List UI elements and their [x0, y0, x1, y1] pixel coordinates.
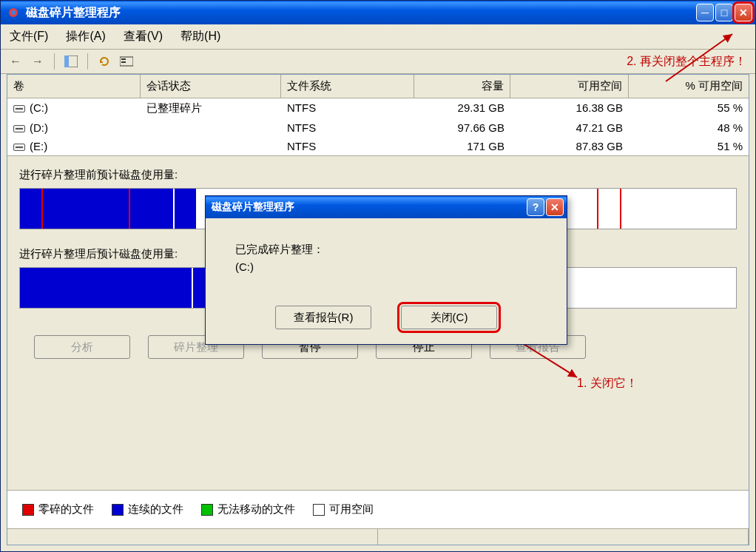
dialog-titlebar: 磁盘碎片整理程序 ? ✕	[206, 196, 567, 218]
header-pct[interactable]: % 可用空间	[629, 75, 749, 98]
properties-icon[interactable]	[118, 53, 135, 70]
cell-capacity: 29.31 GB	[414, 100, 510, 117]
annotation-2: 2. 再关闭整个主程序！	[627, 54, 746, 70]
swatch-green	[201, 504, 213, 516]
cell-capacity: 171 GB	[414, 138, 510, 154]
header-free[interactable]: 可用空间	[510, 75, 629, 98]
statusbar	[7, 528, 749, 545]
swatch-white	[313, 504, 325, 516]
help-button[interactable]: ?	[527, 198, 544, 216]
cell-fs: NTFS	[281, 138, 414, 154]
header-filesystem[interactable]: 文件系统	[281, 75, 414, 98]
view-report-button[interactable]: 查看报告(R)	[275, 306, 371, 329]
svg-rect-3	[64, 55, 69, 67]
back-icon[interactable]: ←	[7, 53, 24, 70]
swatch-blue	[112, 504, 124, 516]
menu-help[interactable]: 帮助(H)	[180, 29, 220, 44]
menu-file[interactable]: 文件(F)	[10, 29, 48, 44]
window-title: 磁盘碎片整理程序	[23, 5, 696, 21]
header-capacity[interactable]: 容量	[414, 75, 510, 98]
close-button[interactable]: ✕	[735, 4, 752, 21]
completion-dialog: 磁盘碎片整理程序 ? ✕ 已完成碎片整理： (C:) 查看报告(R) 关闭(C)	[205, 195, 567, 345]
table-row[interactable]: (E:) NTFS 171 GB 87.83 GB 51 %	[7, 137, 749, 155]
dialog-close-button[interactable]: ✕	[546, 198, 564, 216]
cell-pct: 48 %	[629, 120, 749, 135]
cell-capacity: 97.66 GB	[414, 120, 510, 135]
table-body: (C:) 已整理碎片 NTFS 29.31 GB 16.38 GB 55 % (…	[7, 98, 749, 155]
cell-pct: 55 %	[629, 100, 749, 117]
cell-fs: NTFS	[281, 100, 414, 117]
close-dialog-button[interactable]: 关闭(C)	[401, 306, 497, 329]
before-label: 进行碎片整理前预计磁盘使用量:	[19, 168, 737, 182]
dialog-title: 磁盘碎片整理程序	[209, 201, 527, 214]
drive-icon	[13, 125, 25, 132]
header-volume[interactable]: 卷	[7, 75, 141, 98]
drive-icon	[13, 144, 25, 151]
minimize-button[interactable]: ─	[696, 4, 714, 21]
toolbar-separator	[87, 53, 88, 70]
menu-action[interactable]: 操作(A)	[66, 29, 105, 44]
refresh-icon[interactable]	[95, 53, 113, 70]
legend-unmovable: 无法移动的文件	[201, 502, 295, 516]
table-row[interactable]: (C:) 已整理碎片 NTFS 29.31 GB 16.38 GB 55 %	[7, 98, 749, 118]
legend-free: 可用空间	[313, 502, 374, 516]
dialog-message-line2: (C:)	[235, 258, 537, 276]
swatch-red	[22, 504, 34, 516]
menubar: 文件(F) 操作(A) 查看(V) 帮助(H)	[1, 24, 755, 50]
cell-status: 已整理碎片	[141, 100, 281, 117]
cell-free: 47.21 GB	[510, 120, 629, 135]
app-icon	[7, 6, 20, 19]
cell-volume: (D:)	[30, 121, 48, 134]
header-status[interactable]: 会话状态	[141, 75, 281, 98]
maximize-button[interactable]: □	[715, 4, 733, 21]
table-row[interactable]: (D:) NTFS 97.66 GB 47.21 GB 48 %	[7, 118, 749, 137]
svg-rect-5	[121, 58, 126, 60]
drive-icon	[13, 105, 25, 112]
cell-fs: NTFS	[281, 120, 414, 135]
dialog-body: 已完成碎片整理： (C:)	[206, 218, 567, 294]
legend-fragmented: 零碎的文件	[22, 502, 94, 516]
svg-point-1	[11, 10, 16, 15]
titlebar: 磁盘碎片整理程序 ─ □ ✕	[1, 1, 755, 24]
cell-free: 87.83 GB	[510, 138, 629, 154]
cell-volume: (C:)	[30, 101, 48, 114]
toolbar: ← → 2. 再关闭整个主程序！	[1, 50, 755, 74]
cell-volume: (E:)	[30, 140, 47, 152]
dialog-message-line1: 已完成碎片整理：	[235, 240, 537, 258]
toolbar-separator	[54, 53, 55, 70]
volume-table: 卷 会话状态 文件系统 容量 可用空间 % 可用空间 (C:) 已整理碎片 NT…	[7, 75, 749, 156]
cell-pct: 51 %	[629, 138, 749, 154]
legend-contiguous: 连续的文件	[112, 502, 183, 516]
analyze-button[interactable]: 分析	[34, 335, 130, 359]
table-header: 卷 会话状态 文件系统 容量 可用空间 % 可用空间	[7, 75, 749, 98]
svg-rect-6	[121, 61, 126, 63]
dialog-button-row: 查看报告(R) 关闭(C)	[206, 294, 567, 344]
menu-view[interactable]: 查看(V)	[124, 29, 163, 44]
legend: 零碎的文件 连续的文件 无法移动的文件 可用空间	[7, 490, 749, 528]
forward-icon[interactable]: →	[29, 53, 47, 70]
cell-free: 16.38 GB	[510, 100, 629, 117]
cell-status	[141, 120, 281, 135]
view-panel-icon[interactable]	[62, 53, 80, 70]
cell-status	[141, 138, 281, 154]
